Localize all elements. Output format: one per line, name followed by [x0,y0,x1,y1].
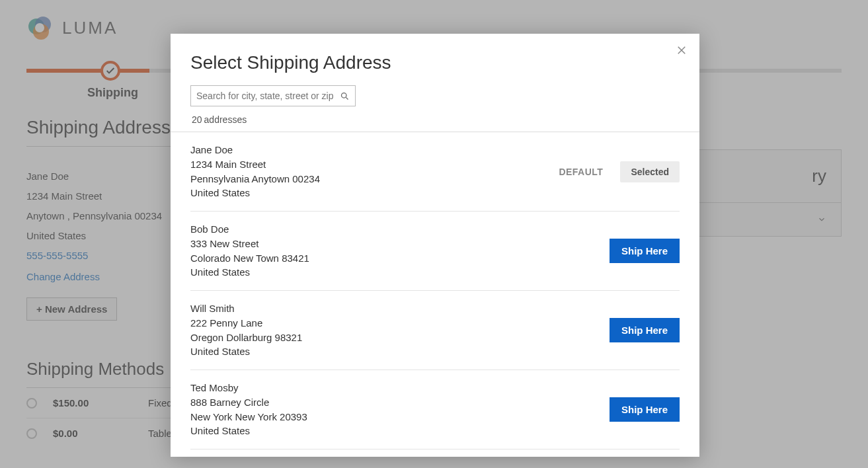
address-item: Murphy Brown [190,449,680,457]
svg-point-6 [342,93,347,98]
address-item-text: Will Smith222 Penny LaneOregon Dollarbur… [190,301,610,359]
address-item-actions: Ship Here [610,318,680,342]
address-item-actions: Ship Here [610,239,680,263]
address-item: Will Smith222 Penny LaneOregon Dollarbur… [190,291,680,370]
address-item: Ted Mosby888 Barney CircleNew York New Y… [190,370,680,449]
selected-badge: Selected [620,161,680,182]
ship-here-button[interactable]: Ship Here [610,318,680,342]
address-item-text: Bob Doe333 New StreetColorado New Town 8… [190,222,610,280]
ship-here-button[interactable]: Ship Here [610,397,680,422]
address-item-actions: Ship Here [610,397,680,422]
address-item: Jane Doe1234 Main StreetPennsylvania Any… [190,132,680,212]
modal-title: Select Shipping Address [171,34,699,81]
default-badge: DEFAULT [559,167,603,177]
address-list: Jane Doe1234 Main StreetPennsylvania Any… [171,132,699,457]
svg-line-7 [346,97,348,99]
close-icon[interactable] [676,44,688,59]
address-search[interactable] [190,85,356,106]
address-item-text: Jane Doe1234 Main StreetPennsylvania Any… [190,143,559,200]
address-count: 20addresses [192,114,699,125]
address-item-actions: DEFAULTSelected [559,161,680,182]
search-icon [340,91,350,101]
select-shipping-address-modal: Select Shipping Address 20addresses Jane… [171,34,699,457]
address-search-input[interactable] [196,91,340,101]
address-item: Bob Doe333 New StreetColorado New Town 8… [190,212,680,291]
address-item-text: Ted Mosby888 Barney CircleNew York New Y… [190,381,610,438]
ship-here-button[interactable]: Ship Here [610,239,680,263]
address-count-number: 20 [192,114,202,125]
address-count-label: addresses [204,114,247,125]
